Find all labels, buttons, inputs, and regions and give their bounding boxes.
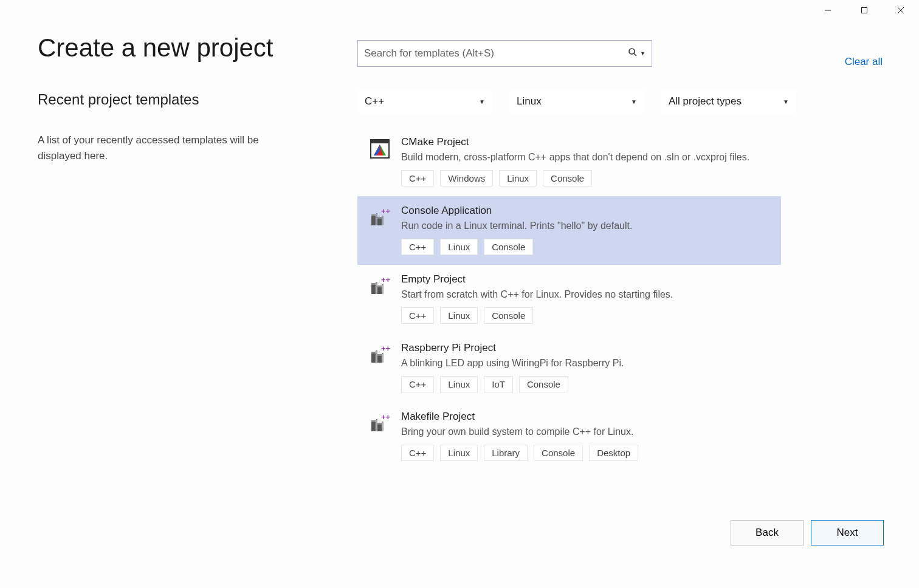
template-title: CMake Project	[401, 136, 769, 148]
cpp-project-icon	[370, 344, 390, 365]
clear-all-link[interactable]: Clear all	[845, 56, 883, 68]
maximize-button[interactable]	[846, 0, 883, 21]
template-tag: C++	[401, 445, 434, 461]
chevron-down-icon: ▼	[631, 98, 637, 105]
minimize-button[interactable]	[810, 0, 846, 21]
template-tag: Windows	[440, 170, 493, 186]
template-tag: C++	[401, 307, 434, 324]
template-description: Start from scratch with C++ for Linux. P…	[401, 289, 769, 300]
platform-filter[interactable]: Linux ▼	[509, 90, 644, 113]
template-description: Build modern, cross-platform C++ apps th…	[401, 152, 769, 163]
cpp-project-icon	[370, 413, 390, 434]
cmake-icon	[370, 138, 390, 159]
page-title: Create a new project	[38, 33, 274, 63]
template-tag: C++	[401, 170, 434, 186]
template-tags: C++LinuxConsole	[401, 239, 769, 255]
template-tag: Console	[484, 239, 533, 255]
template-tag: Library	[484, 445, 528, 461]
project-type-filter[interactable]: All project types ▼	[661, 90, 796, 113]
language-filter-value: C++	[365, 95, 384, 108]
next-button[interactable]: Next	[811, 520, 884, 545]
search-input[interactable]	[364, 47, 628, 60]
template-tag: Console	[534, 445, 583, 461]
template-tag: Linux	[440, 376, 478, 392]
project-type-filter-value: All project types	[669, 95, 742, 108]
template-description: Bring your own build system to compile C…	[401, 426, 769, 437]
template-item[interactable]: Console ApplicationRun code in a Linux t…	[357, 196, 781, 265]
svg-rect-1	[862, 8, 867, 13]
search-dropdown-chevron[interactable]: ▼	[640, 50, 645, 56]
template-item[interactable]: Makefile ProjectBring your own build sys…	[357, 402, 781, 471]
chevron-down-icon: ▼	[783, 98, 789, 105]
cpp-project-icon	[370, 207, 390, 228]
back-button[interactable]: Back	[731, 520, 804, 545]
template-tag: Linux	[440, 307, 478, 324]
template-item[interactable]: CMake ProjectBuild modern, cross-platfor…	[357, 128, 781, 196]
search-container: ▼	[357, 40, 652, 67]
cpp-project-icon	[370, 276, 390, 296]
template-tag: C++	[401, 376, 434, 392]
language-filter[interactable]: C++ ▼	[357, 90, 492, 113]
recent-templates-heading: Recent project templates	[38, 91, 299, 108]
template-tag: Linux	[440, 239, 478, 255]
search-icon[interactable]	[628, 47, 638, 60]
template-item[interactable]: Raspberry Pi ProjectA blinking LED app u…	[357, 333, 781, 402]
template-tag: Console	[519, 376, 568, 392]
platform-filter-value: Linux	[517, 95, 542, 108]
recent-templates-description: A list of your recently accessed templat…	[38, 132, 299, 163]
template-description: Run code in a Linux terminal. Prints "he…	[401, 220, 769, 231]
template-title: Console Application	[401, 205, 769, 217]
template-tag: IoT	[484, 376, 513, 392]
svg-line-5	[634, 53, 636, 56]
chevron-down-icon: ▼	[479, 98, 485, 105]
template-tags: C++LinuxConsole	[401, 307, 769, 324]
template-tag: Linux	[440, 445, 478, 461]
template-item[interactable]: Empty ProjectStart from scratch with C++…	[357, 265, 781, 333]
svg-point-4	[629, 49, 635, 54]
close-button[interactable]	[883, 0, 919, 21]
template-tags: C++LinuxLibraryConsoleDesktop	[401, 445, 769, 461]
template-title: Empty Project	[401, 273, 769, 285]
template-tag: Linux	[499, 170, 537, 186]
template-title: Makefile Project	[401, 411, 769, 423]
template-title: Raspberry Pi Project	[401, 342, 769, 354]
template-tags: C++WindowsLinuxConsole	[401, 170, 769, 186]
template-list: CMake ProjectBuild modern, cross-platfor…	[357, 128, 781, 471]
template-description: A blinking LED app using WiringPi for Ra…	[401, 358, 769, 369]
template-tag: C++	[401, 239, 434, 255]
template-tags: C++LinuxIoTConsole	[401, 376, 769, 392]
template-tag: Console	[484, 307, 533, 324]
template-tag: Console	[543, 170, 592, 186]
template-tag: Desktop	[589, 445, 638, 461]
